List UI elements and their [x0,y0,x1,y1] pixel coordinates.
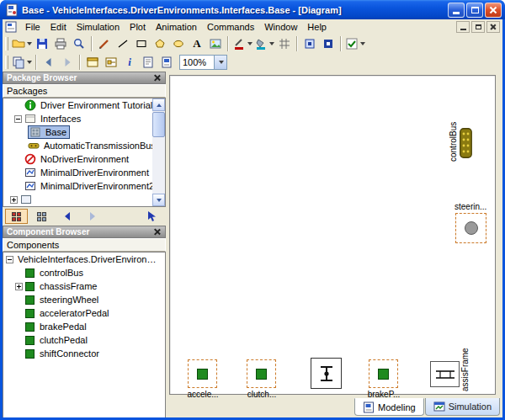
component-mode-button[interactable] [300,35,319,52]
minimize-button[interactable] [448,3,465,18]
new-diagram-button[interactable] [157,54,176,71]
chassisframe-component[interactable] [430,361,460,387]
zoom-combo[interactable]: 100% [179,55,227,70]
component-item-chassisframe[interactable]: chassisFrame [3,279,165,293]
text-tool-button[interactable]: A [188,35,206,52]
pedal-square-icon [378,369,389,380]
line-icon [116,37,130,51]
maximize-button[interactable] [466,3,483,18]
package-item-minimaldriverenvironment2[interactable]: MinimalDriverEnvironment2 [3,179,165,193]
mdi-restore-icon [476,24,481,29]
controlbus-connector[interactable] [460,128,472,162]
bitmap-tool-button[interactable] [206,35,225,52]
scroll-down-button[interactable] [152,194,165,206]
toolbar-grip[interactable] [5,56,8,69]
history-forward-button[interactable] [81,209,104,224]
shiftconnector-component[interactable] [311,358,342,389]
documentation-button[interactable] [139,54,157,71]
flange-circle-icon [465,221,478,235]
package-item-base[interactable]: Base [3,125,165,139]
component-root-item[interactable]: VehicleInterfaces.DriverEnvironments.Int… [3,253,165,266]
package-tree-scrollbar[interactable] [152,98,165,206]
clutchpedal-component[interactable] [247,359,276,388]
mdi-minimize-button[interactable] [456,21,470,33]
mdi-close-button[interactable] [486,21,500,33]
pedal-square-icon [256,369,267,380]
menu-plot[interactable]: Plot [125,20,151,34]
toolbar-grip[interactable] [5,37,8,51]
fill-color-button[interactable] [253,35,275,52]
component-item-steeringwheel[interactable]: steeringWheel [3,293,165,306]
brakepedal-component[interactable] [369,359,398,388]
package-browser-close-icon[interactable] [152,73,162,82]
package-item-nodriverenvironment[interactable]: NoDriverEnvironment [3,152,165,166]
bus-connector-icon [28,140,40,152]
print-preview-button[interactable] [70,35,88,52]
expand-icon[interactable] [10,196,18,204]
acceleratorpedal-component[interactable] [188,359,217,388]
connector-mode-button[interactable] [319,35,338,52]
navigate-forward-button[interactable] [58,54,77,71]
component-item-controlbus[interactable]: controlBus [3,266,165,279]
collapse-icon[interactable] [6,256,13,263]
component-item-shiftconnector[interactable]: shiftConnector [3,347,165,360]
icon-layer-button[interactable] [83,54,102,71]
app-window: Base - VehicleInterfaces.DriverEnvironme… [0,0,505,420]
tab-simulation[interactable]: Simulation [425,398,500,416]
line-tool-button[interactable] [114,35,132,52]
history-back-button[interactable] [56,209,78,224]
toolbar-main: A [3,35,502,53]
pen-color-button[interactable] [231,35,253,52]
menu-edit[interactable]: Edit [45,20,72,34]
menu-file[interactable]: File [20,20,45,34]
interface-icon [29,126,41,138]
select-pointer-button[interactable] [141,209,163,224]
menu-animation[interactable]: Animation [151,20,202,34]
steeringwheel-component[interactable] [455,213,486,243]
library-browser-mode-button[interactable] [30,209,53,224]
expand-icon[interactable] [15,283,23,290]
print-button[interactable] [51,35,70,52]
component-item-brakepedal[interactable]: brakePedal [3,320,165,333]
package-item-interfaces[interactable]: Interfaces [3,112,165,125]
scrollbar-thumb[interactable] [152,112,165,137]
package-item-tutorial[interactable]: Driver Environment Tutorial [3,98,165,112]
menu-commands[interactable]: Commands [202,20,259,34]
pencil-icon [98,37,111,51]
mdi-restore-button[interactable] [471,21,485,33]
info-button[interactable]: i [120,54,139,71]
ellipse-tool-button[interactable] [169,35,188,52]
package-browser-mode-button[interactable] [5,209,28,224]
tab-modeling[interactable]: Modeling [354,398,424,416]
navigate-back-button[interactable] [40,54,58,71]
component-browser-close-icon[interactable] [152,227,162,237]
menu-help[interactable]: Help [302,20,332,34]
package-item-automatictransmissionbus[interactable]: AutomaticTransmissionBus [3,139,165,152]
menu-window[interactable]: Window [259,20,302,34]
diagram-canvas[interactable]: controlBus steerin... [169,75,496,395]
check-model-button[interactable] [344,35,366,52]
diagram-layer-button[interactable] [102,54,120,71]
component-item-acceleratorpedal[interactable]: acceleratorPedal [3,306,165,320]
frame-rails-icon [433,365,457,384]
menu-simulation[interactable]: Simulation [72,20,125,34]
selected-item-highlight: Base [28,125,70,139]
component-square-icon [25,268,35,278]
collapse-icon[interactable] [14,115,22,123]
component-item-clutchpedal[interactable]: clutchPedal [3,333,165,347]
package-item-partial[interactable] [3,193,165,206]
dropdown-arrow-icon [247,42,252,45]
save-button[interactable] [33,35,51,52]
polygon-tool-button[interactable] [151,35,169,52]
rectangle-tool-button[interactable] [132,35,151,52]
open-button[interactable] [11,35,33,52]
package-item-minimaldriverenvironment[interactable]: MinimalDriverEnvironment [3,166,165,179]
zoom-dropdown-button[interactable] [214,56,226,69]
scroll-up-button[interactable] [152,98,165,111]
close-button[interactable] [485,3,502,18]
package-icon [20,194,32,205]
component-square-icon [25,282,35,291]
pencil-tool-button[interactable] [95,35,114,52]
grid-snap-button[interactable] [275,35,294,52]
copy-class-button[interactable] [11,54,33,71]
